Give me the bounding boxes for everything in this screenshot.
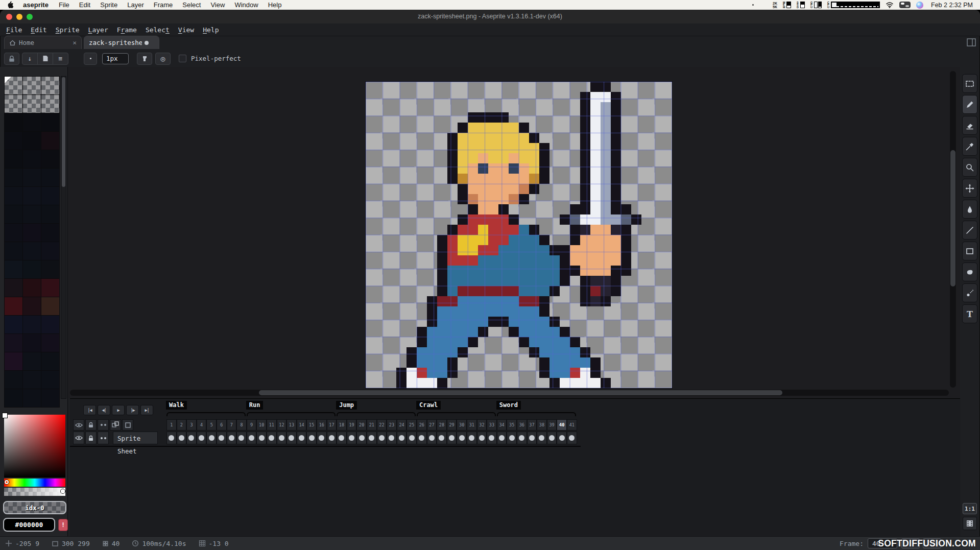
frame-header-25[interactable]: 25 <box>407 419 417 431</box>
frame-header-6[interactable]: 6 <box>217 419 227 431</box>
frame-header-36[interactable]: 36 <box>517 419 527 431</box>
horizontal-scrollbar-thumb[interactable] <box>259 390 782 395</box>
palette-swatch[interactable] <box>5 187 22 205</box>
cel-18[interactable] <box>337 432 347 444</box>
frame-header-13[interactable]: 13 <box>286 419 297 431</box>
lock-column-icon[interactable] <box>85 419 97 431</box>
palette-swatch[interactable] <box>23 132 41 150</box>
cel-2[interactable] <box>177 432 187 444</box>
vertical-scrollbar-thumb[interactable] <box>950 150 955 286</box>
cel-1[interactable] <box>166 432 177 444</box>
layer-continuous-toggle[interactable] <box>98 432 109 444</box>
mac-menu-edit[interactable]: Edit <box>79 1 90 9</box>
palette-swatch[interactable] <box>5 150 22 168</box>
frame-header-28[interactable]: 28 <box>437 419 447 431</box>
tag-range-walk[interactable] <box>166 412 246 416</box>
cel-37[interactable] <box>527 432 537 444</box>
cel-6[interactable] <box>217 432 227 444</box>
move-tool[interactable] <box>962 179 977 198</box>
palette-swatch[interactable] <box>41 279 59 297</box>
palette-swatch[interactable] <box>5 132 22 150</box>
palette-swatch[interactable] <box>23 371 41 389</box>
contour-tool[interactable] <box>962 262 977 281</box>
frame-header-9[interactable]: 9 <box>247 419 257 431</box>
frame-header-17[interactable]: 17 <box>327 419 337 431</box>
frame-header-34[interactable]: 34 <box>497 419 507 431</box>
menu-help[interactable]: Help <box>203 26 219 34</box>
palette-swatch[interactable] <box>41 187 59 205</box>
cel-29[interactable] <box>447 432 457 444</box>
skip-end-button[interactable]: ▶| <box>140 405 153 415</box>
palette-swatch[interactable] <box>5 242 22 260</box>
siri-icon[interactable] <box>916 2 923 9</box>
horizontal-scrollbar[interactable] <box>70 390 949 396</box>
cel-27[interactable] <box>427 432 437 444</box>
rect-select-tool[interactable] <box>962 74 977 93</box>
frame-header-24[interactable]: 24 <box>397 419 407 431</box>
frame-header-39[interactable]: 39 <box>547 419 557 431</box>
hue-slider[interactable] <box>4 479 65 487</box>
cel-41[interactable] <box>567 432 577 444</box>
eyedropper-tool[interactable] <box>962 137 977 156</box>
palette-swatch[interactable] <box>5 371 22 389</box>
continuous-column-icon[interactable] <box>98 419 109 431</box>
palette-swatch[interactable] <box>23 316 41 333</box>
cel-14[interactable] <box>297 432 307 444</box>
frame-header-14[interactable]: 14 <box>297 419 307 431</box>
frame-header-3[interactable]: 3 <box>186 419 197 431</box>
tag-label-crawl[interactable]: Crawl <box>416 401 441 410</box>
palette-swatch[interactable] <box>23 352 41 370</box>
color-index-button[interactable]: idx-0 <box>3 501 66 514</box>
cel-36[interactable] <box>517 432 527 444</box>
palette-swatch[interactable] <box>5 352 22 370</box>
vertical-scrollbar[interactable] <box>950 71 956 388</box>
frame-header-41[interactable]: 41 <box>567 419 577 431</box>
mac-app-name[interactable]: aseprite <box>23 1 49 9</box>
cel-21[interactable] <box>367 432 377 444</box>
brush-size-input[interactable]: 1px <box>102 53 129 64</box>
layer-name[interactable]: Sprite Sheet <box>113 432 158 444</box>
cel-25[interactable] <box>407 432 417 444</box>
frame-header-15[interactable]: 15 <box>306 419 317 431</box>
mac-clock[interactable]: Feb 2 2:32 PM <box>931 2 973 9</box>
jumble-tool[interactable] <box>962 283 977 302</box>
cel-39[interactable] <box>547 432 557 444</box>
palette-swatch[interactable] <box>23 187 41 205</box>
paint-bucket-tool[interactable] <box>962 200 977 219</box>
palette-swatch[interactable] <box>5 205 22 223</box>
palette-lock-button[interactable] <box>4 53 19 65</box>
tag-label-run[interactable]: Run <box>246 401 264 410</box>
mac-menu-view[interactable]: View <box>210 1 225 9</box>
menu-select[interactable]: Select <box>146 26 170 34</box>
mac-menu-frame[interactable]: Frame <box>154 1 173 9</box>
palette-swatch[interactable] <box>23 224 41 242</box>
palette-scrollbar[interactable] <box>61 76 66 399</box>
cel-9[interactable] <box>247 432 257 444</box>
rectangle-tool[interactable] <box>962 242 977 260</box>
tag-range-crawl[interactable] <box>417 412 496 416</box>
window-titlebar[interactable]: zack-spritesheet.png - Aseprite v1.3.16.… <box>0 10 980 23</box>
play-button[interactable]: ▶ <box>112 405 125 415</box>
cel-35[interactable] <box>507 432 517 444</box>
network-rate-widget[interactable]: 2K5K <box>773 2 777 9</box>
frame-header-29[interactable]: 29 <box>447 419 457 431</box>
cel-19[interactable] <box>347 432 357 444</box>
skip-start-button[interactable]: |◀ <box>83 405 96 415</box>
frame-header-21[interactable]: 21 <box>367 419 377 431</box>
cel-12[interactable] <box>277 432 287 444</box>
palette-swatch[interactable] <box>23 113 41 131</box>
gpu-widget[interactable]: GPU <box>810 2 822 9</box>
cel-10[interactable] <box>256 432 267 444</box>
mac-menu-file[interactable]: File <box>59 1 69 9</box>
frame-header-18[interactable]: 18 <box>337 419 347 431</box>
palette-swatch[interactable] <box>41 224 59 242</box>
frame-header-37[interactable]: 37 <box>527 419 537 431</box>
frame-header-26[interactable]: 26 <box>417 419 427 431</box>
frame-header-4[interactable]: 4 <box>197 419 207 431</box>
cel-31[interactable] <box>467 432 477 444</box>
frame-header-1[interactable]: 1 <box>166 419 177 431</box>
palette-swatch[interactable] <box>41 205 59 223</box>
frame-header-8[interactable]: 8 <box>236 419 247 431</box>
mac-menu-sprite[interactable]: Sprite <box>100 1 117 9</box>
palette-swatch[interactable] <box>5 389 22 407</box>
